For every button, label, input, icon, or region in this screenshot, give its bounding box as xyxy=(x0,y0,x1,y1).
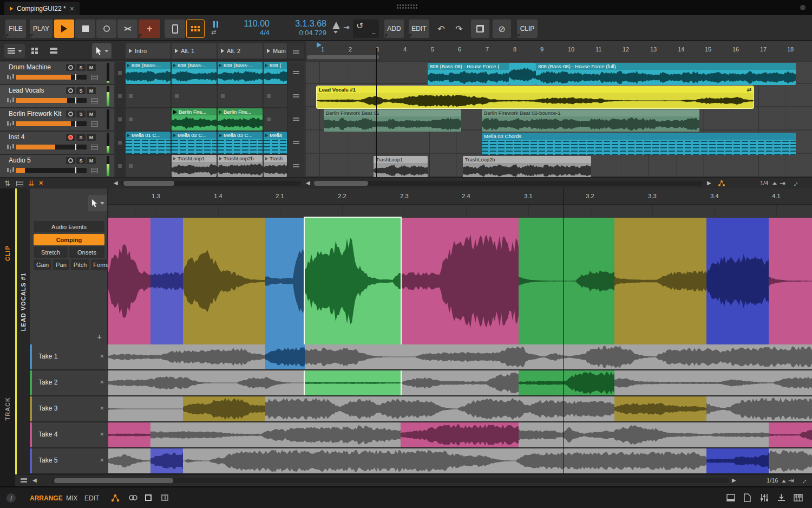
volume-fader[interactable] xyxy=(16,121,87,126)
track-height-icon[interactable]: ⇅ xyxy=(4,179,10,187)
arr-clip-trash2[interactable]: TrashLoop2b xyxy=(463,156,591,177)
record-arm-button[interactable] xyxy=(66,110,75,118)
scene-header-alt1[interactable]: Alt. 1 xyxy=(172,43,217,58)
mute-button[interactable]: M xyxy=(87,134,96,141)
comping-playhead[interactable] xyxy=(563,188,564,474)
take-row-label[interactable]: Take 2× xyxy=(30,370,108,395)
loop-icon[interactable]: ↺ xyxy=(356,21,363,31)
comp-section[interactable] xyxy=(150,218,183,344)
import-panel-icon[interactable] xyxy=(777,494,785,502)
grip-icon[interactable] xyxy=(293,164,299,165)
take-segment-selected[interactable] xyxy=(305,370,401,395)
take-lane-2[interactable] xyxy=(108,370,812,395)
volume-fader[interactable] xyxy=(16,168,87,173)
track-name[interactable]: Berlin Firework Kit xyxy=(9,110,61,118)
comping-ruler[interactable]: 1.3 1.4 2.1 2.2 2.3 2.4 3.1 3.2 3.3 3.4 … xyxy=(108,188,812,205)
fit-view-icon[interactable]: ↔ xyxy=(800,477,807,485)
arr-clip-berlin1[interactable]: Berlin Firework Beat 01 xyxy=(324,109,461,132)
take-lane-4[interactable] xyxy=(108,422,812,447)
clip-mode-button[interactable]: CLIP xyxy=(517,19,538,38)
comping-button[interactable]: Comping xyxy=(34,234,104,245)
stretch-button[interactable]: Stretch xyxy=(34,246,68,258)
comp-section[interactable] xyxy=(401,218,519,344)
comp-scroll-left-icon[interactable]: ◀ xyxy=(32,477,37,483)
arr-clip-berlin2[interactable]: Berlin Firework Beat 02-bounce-1 xyxy=(482,109,699,132)
io-routing-icon[interactable] xyxy=(111,494,120,502)
track-row-berlin-firework[interactable]: Berlin Firework Kit S M xyxy=(0,108,114,131)
comp-main-lane[interactable] xyxy=(108,205,812,344)
comp-section[interactable] xyxy=(265,218,305,344)
volume-fader[interactable] xyxy=(16,145,87,149)
arr-clip-808-segment[interactable] xyxy=(509,63,536,85)
grid-view-icon[interactable] xyxy=(31,48,34,50)
panel-tab-mix[interactable]: MIX xyxy=(66,494,77,502)
timeline-scroll-right-icon[interactable]: ▶ xyxy=(707,180,711,186)
take-row-label[interactable]: Take 4× xyxy=(30,422,108,447)
arranger-playhead[interactable] xyxy=(376,48,377,177)
list-view-icon[interactable] xyxy=(50,48,57,50)
clip-stop-button[interactable] xyxy=(115,108,126,131)
delete-take-icon[interactable]: × xyxy=(100,430,104,438)
preroll-button[interactable]: ⇥ xyxy=(343,23,350,31)
arranger-zoom-value[interactable]: 1/4 xyxy=(760,180,768,186)
redo-button[interactable]: ↷ xyxy=(451,19,467,38)
fade-icon[interactable]: ~ xyxy=(372,30,376,37)
time-signature[interactable]: 4/4 xyxy=(227,29,270,37)
delete-take-icon[interactable]: × xyxy=(100,456,104,464)
tab-clip[interactable]: CLIP xyxy=(4,245,11,261)
scene-play-icon[interactable] xyxy=(221,49,224,53)
take-segment[interactable] xyxy=(108,422,150,447)
solo-button[interactable]: S xyxy=(76,87,86,94)
arranger-timeline[interactable]: 808 (Bass-08) - House Force ( 808 (Bass-… xyxy=(306,62,812,177)
delete-take-icon[interactable]: × xyxy=(100,404,104,412)
take-segment[interactable] xyxy=(706,448,769,473)
display-profile-button[interactable] xyxy=(165,19,185,38)
launcher-slot-empty[interactable] xyxy=(264,85,287,107)
take-lane-3[interactable] xyxy=(108,396,812,421)
ruler-range-bar[interactable] xyxy=(307,55,379,59)
launcher-scroll-left-icon[interactable]: ◀ xyxy=(114,180,118,186)
track-view-menu-button[interactable] xyxy=(4,44,25,58)
track-options-icon[interactable] xyxy=(91,98,98,103)
track-name[interactable]: Lead Vocals xyxy=(9,87,44,94)
track-options-icon[interactable] xyxy=(91,75,98,80)
edit-cursor-tool-button[interactable] xyxy=(88,195,107,211)
cancel-button[interactable]: ⊘ xyxy=(493,19,511,38)
comp-section[interactable] xyxy=(769,218,812,344)
scene-options-column-header[interactable] xyxy=(288,43,304,58)
delete-take-icon[interactable]: × xyxy=(100,378,104,386)
take-segment[interactable] xyxy=(401,422,519,447)
arr-clip-808-a[interactable]: 808 (Bass-08) - House Force ( xyxy=(428,63,509,85)
launcher-slot-empty[interactable] xyxy=(126,108,171,131)
scissors-button[interactable] xyxy=(117,19,137,38)
record-arm-button[interactable] xyxy=(66,134,75,141)
launcher-slot-empty[interactable] xyxy=(126,85,171,107)
tab-track[interactable]: TRACK xyxy=(4,397,11,421)
audio-events-button[interactable]: Audio Events xyxy=(34,221,104,232)
deactivate-icon[interactable]: × xyxy=(39,179,43,187)
file-menu-button[interactable]: FILE xyxy=(5,19,26,38)
group-mode-icon[interactable] xyxy=(718,180,725,187)
launcher-slot-empty[interactable] xyxy=(264,108,287,131)
position-display[interactable]: 3.1.3.68 0:04.729 xyxy=(275,19,326,37)
take-lane-1[interactable] xyxy=(108,344,812,369)
mute-button[interactable]: M xyxy=(87,110,96,118)
track-options-icon[interactable] xyxy=(91,121,98,127)
zoom-caret-icon[interactable] xyxy=(782,480,786,483)
grip-icon[interactable] xyxy=(293,71,299,72)
scroll-options-icon[interactable] xyxy=(16,181,23,186)
timeline-scrollbar[interactable] xyxy=(314,181,703,186)
comp-section[interactable] xyxy=(519,218,614,344)
comping-scrollbar[interactable] xyxy=(52,478,729,483)
scene-play-icon[interactable] xyxy=(175,49,178,53)
record-arm-button[interactable] xyxy=(66,64,75,71)
arr-clip-808-b[interactable]: 808 (Bass-08) - House Force (full) xyxy=(536,63,796,85)
launcher-clip-playing[interactable]: Berlin Fire... xyxy=(172,108,217,131)
tempo-value[interactable]: 110.00 xyxy=(227,19,270,29)
comp-section[interactable] xyxy=(706,218,769,344)
project-tab[interactable]: CompingGUI22 * × xyxy=(4,2,80,15)
comp-section[interactable] xyxy=(614,218,706,344)
close-icon[interactable]: × xyxy=(70,4,74,13)
comp-section[interactable] xyxy=(108,218,150,344)
bottom-panel-icon[interactable] xyxy=(726,494,735,502)
